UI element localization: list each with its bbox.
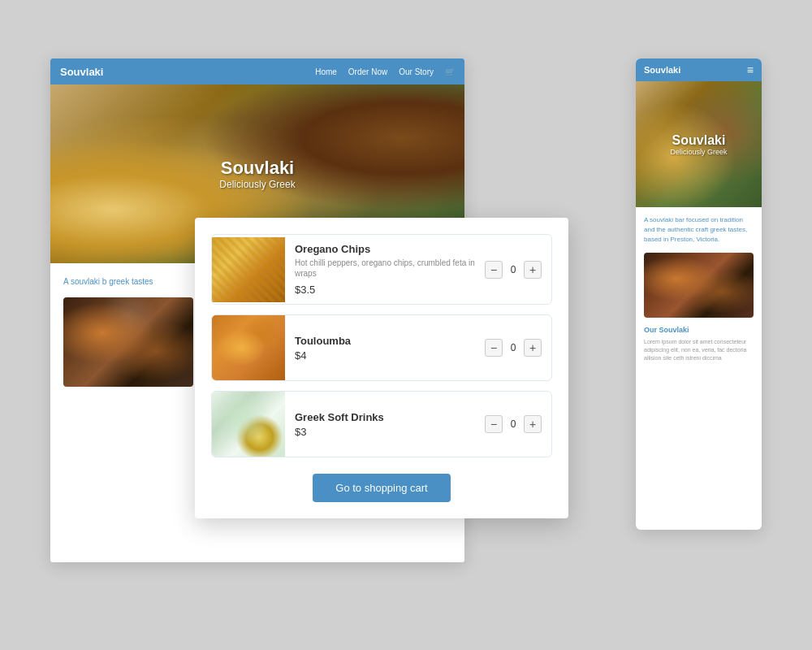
mobile-hero-subtitle: Deliciously Greek bbox=[670, 148, 727, 156]
drinks-name: Greek Soft Drinks bbox=[295, 411, 475, 423]
hamburger-icon[interactable]: ≡ bbox=[747, 63, 754, 76]
drinks-info: Greek Soft Drinks $3 bbox=[285, 403, 485, 446]
nav-home[interactable]: Home bbox=[315, 67, 337, 76]
touloumba-quantity: 0 bbox=[508, 342, 519, 353]
go-to-cart-button[interactable]: Go to shopping cart bbox=[313, 474, 450, 502]
touloumba-decrease-btn[interactable]: − bbox=[485, 339, 503, 357]
mobile-nav: Souvlaki ≡ bbox=[636, 58, 762, 81]
menu-item-drinks: Greek Soft Drinks $3 − 0 + bbox=[211, 391, 552, 457]
nav-order[interactable]: Order Now bbox=[348, 67, 387, 76]
drinks-quantity: 0 bbox=[508, 418, 519, 430]
drinks-quantity-control: − 0 + bbox=[485, 415, 542, 433]
cart-btn-container: Go to shopping cart bbox=[211, 474, 552, 502]
drinks-increase-btn[interactable]: + bbox=[524, 415, 542, 433]
drinks-price: $3 bbox=[295, 426, 475, 438]
chips-price: $3.5 bbox=[295, 284, 475, 296]
mobile-content: A souvlaki bar focused on tradition and … bbox=[636, 207, 762, 370]
desktop-nav: Souvlaki Home Order Now Our Story 🛒 bbox=[50, 58, 464, 84]
chips-name: Oregano Chips bbox=[295, 243, 475, 255]
mobile-hero-text: Souvlaki Deliciously Greek bbox=[670, 133, 727, 156]
touloumba-increase-btn[interactable]: + bbox=[524, 339, 542, 357]
mobile-our-souvlaki-label: Our Souvlaki bbox=[644, 326, 754, 334]
mobile-hero-title: Souvlaki bbox=[670, 133, 727, 148]
touloumba-info: Touloumba $4 bbox=[285, 327, 485, 370]
mobile-hero: Souvlaki Deliciously Greek bbox=[636, 81, 762, 207]
touloumba-quantity-control: − 0 + bbox=[485, 339, 542, 357]
mobile-food-image bbox=[644, 253, 754, 318]
desktop-hero-text: Souvlaki Deliciously Greek bbox=[219, 158, 295, 190]
mobile-mockup: Souvlaki ≡ Souvlaki Deliciously Greek A … bbox=[636, 58, 762, 530]
desktop-nav-links: Home Order Now Our Story 🛒 bbox=[315, 67, 455, 76]
chips-desc: Hot chilli peppers, oregano chips, crumb… bbox=[295, 258, 475, 279]
chips-quantity: 0 bbox=[508, 264, 519, 275]
desktop-brand: Souvlaki bbox=[60, 66, 103, 78]
mobile-about-text: A souvlaki bar focused on tradition and … bbox=[644, 215, 754, 245]
menu-item-touloumba: Touloumba $4 − 0 + bbox=[211, 314, 552, 381]
chips-image bbox=[212, 237, 285, 302]
order-modal: Oregano Chips Hot chilli peppers, oregan… bbox=[195, 218, 568, 518]
touloumba-price: $4 bbox=[295, 349, 475, 362]
chips-decrease-btn[interactable]: − bbox=[485, 261, 503, 279]
touloumba-image bbox=[212, 315, 285, 380]
nav-story[interactable]: Our Story bbox=[399, 67, 434, 76]
chips-increase-btn[interactable]: + bbox=[524, 261, 542, 279]
drinks-image bbox=[212, 392, 285, 457]
touloumba-name: Touloumba bbox=[295, 335, 475, 347]
mobile-brand: Souvlaki bbox=[644, 65, 680, 75]
menu-item-chips: Oregano Chips Hot chilli peppers, oregan… bbox=[211, 234, 552, 305]
desktop-hero-subtitle: Deliciously Greek bbox=[219, 179, 295, 190]
desktop-food-image bbox=[63, 297, 193, 387]
mobile-lorem-text: Lorem ipsum dolor sit amet consecteteur … bbox=[644, 338, 754, 362]
cart-icon[interactable]: 🛒 bbox=[445, 67, 455, 76]
chips-info: Oregano Chips Hot chilli peppers, oregan… bbox=[285, 235, 485, 304]
chips-quantity-control: − 0 + bbox=[485, 261, 542, 279]
drinks-decrease-btn[interactable]: − bbox=[485, 415, 503, 433]
desktop-hero-title: Souvlaki bbox=[219, 158, 295, 179]
